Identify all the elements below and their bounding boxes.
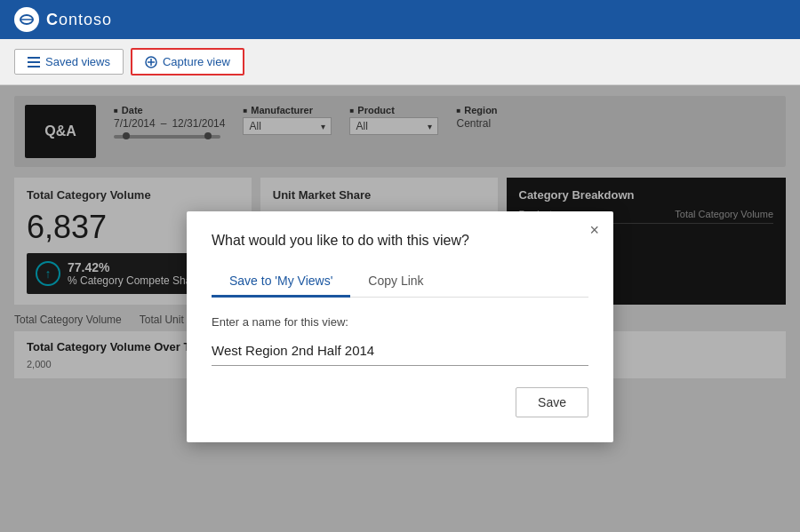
modal-title: What would you like to do with this view… [212,233,588,249]
plus-circle-icon [145,56,157,68]
logo-icon [14,7,39,32]
modal-actions: Save [212,387,588,417]
capture-view-button[interactable]: Capture view [131,48,244,75]
app-name: Contoso [46,11,112,29]
app-header: Contoso [0,0,800,39]
input-label: Enter a name for this view: [212,315,588,329]
svg-rect-3 [28,61,40,63]
list-icon [28,56,40,68]
capture-view-modal: × What would you like to do with this vi… [187,211,613,442]
modal-overlay: × What would you like to do with this vi… [0,85,800,532]
svg-rect-2 [28,57,40,59]
toolbar: Saved views Capture view [0,39,800,85]
logo-area: Contoso [14,7,112,32]
svg-rect-4 [28,66,40,67]
dashboard: Q&A Date 7/1/2014 – 12/31/2014 Manufactu… [0,85,800,532]
saved-views-button[interactable]: Saved views [14,49,124,75]
view-name-input[interactable] [212,336,588,366]
modal-tabs: Save to 'My Views' Copy Link [212,266,588,298]
modal-close-button[interactable]: × [589,222,599,238]
tab-copy-link[interactable]: Copy Link [350,266,441,298]
tab-save-my-views[interactable]: Save to 'My Views' [212,266,350,298]
save-button[interactable]: Save [516,387,588,417]
